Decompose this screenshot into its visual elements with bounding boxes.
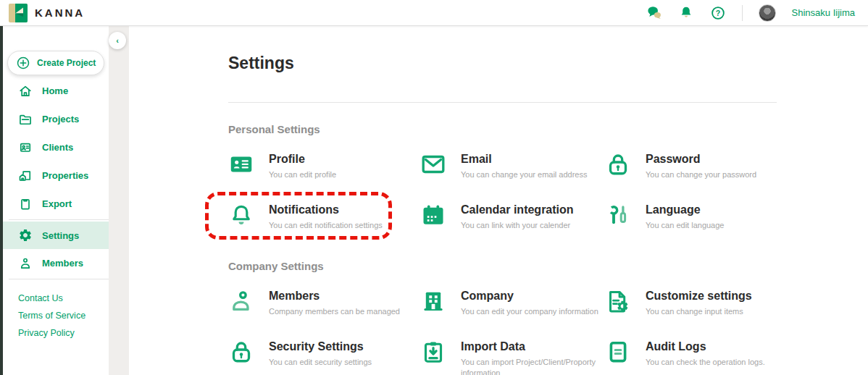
card-subtitle: You can change input items xyxy=(646,306,752,317)
card-title: Email xyxy=(461,152,588,166)
sidebar-item-label: Settings xyxy=(42,230,79,241)
tools-icon xyxy=(605,202,631,228)
log-document-icon xyxy=(605,339,631,365)
profile-card-icon xyxy=(228,151,254,177)
title-divider xyxy=(228,102,777,103)
sidebar-item-properties[interactable]: Properties xyxy=(3,161,109,190)
card-subtitle: You can import Project/Client/Proporty i… xyxy=(461,357,605,375)
member-person-icon xyxy=(228,288,254,314)
sidebar-item-members[interactable]: Members xyxy=(3,249,109,277)
security-lock-icon xyxy=(228,339,254,365)
card-subtitle: You can edit notification settings xyxy=(269,220,383,231)
email-icon xyxy=(420,151,446,177)
settings-card-password[interactable]: Password You can change your password xyxy=(605,150,777,183)
sidebar-item-label: Projects xyxy=(42,114,79,125)
card-subtitle: You can edit security settings xyxy=(269,357,372,368)
sidebar-item-label: Export xyxy=(42,198,72,209)
card-title: Import Data xyxy=(461,340,605,353)
settings-card-import-data[interactable]: Import Data You can import Project/Clien… xyxy=(420,337,605,371)
sidebar-item-label: Members xyxy=(42,258,83,269)
card-subtitle: You can change your password xyxy=(646,169,756,180)
topbar-divider xyxy=(742,5,743,21)
link-contact-us[interactable]: Contact Us xyxy=(3,290,109,307)
kanna-logo-icon xyxy=(9,4,28,22)
settings-card-audit-logs[interactable]: Audit Logs You can check the operation l… xyxy=(605,337,777,371)
create-project-label: Create Project xyxy=(37,58,96,68)
chat-icon[interactable] xyxy=(646,5,662,21)
card-title: Audit Logs xyxy=(646,340,765,353)
card-subtitle: You can check the operation logs. xyxy=(646,357,765,368)
brand-name: KANNA xyxy=(35,7,85,19)
property-house-icon xyxy=(18,169,33,183)
sidebar-collapse-button[interactable]: ‹ xyxy=(109,32,126,49)
card-title: Calendar integration xyxy=(461,203,574,216)
card-title: Company xyxy=(461,289,598,303)
sidebar: Create Project Home Projects xyxy=(3,26,109,375)
card-title: Profile xyxy=(269,152,336,166)
sidebar-item-label: Home xyxy=(42,85,68,96)
settings-card-language[interactable]: Language You can edit language xyxy=(605,201,777,234)
settings-card-profile[interactable]: Profile You can edit profile xyxy=(228,150,420,183)
settings-card-notifications[interactable]: Notifications You can edit notification … xyxy=(228,201,420,234)
sidebar-item-settings[interactable]: Settings xyxy=(3,222,109,249)
settings-card-calendar-integration[interactable]: Calendar integration You can link with y… xyxy=(420,201,605,234)
user-avatar[interactable] xyxy=(759,4,776,22)
create-project-button[interactable]: Create Project xyxy=(7,51,104,75)
building-icon xyxy=(420,288,446,314)
card-title: Password xyxy=(646,152,756,166)
card-title: Language xyxy=(646,203,724,216)
notifications-bell-icon[interactable] xyxy=(678,5,694,21)
sidebar-divider xyxy=(9,219,109,220)
document-gear-icon xyxy=(605,288,631,314)
help-icon[interactable]: ? xyxy=(710,5,726,21)
home-icon xyxy=(18,84,33,98)
settings-card-members[interactable]: Members Company members can be managed xyxy=(228,287,420,320)
company-settings-grid: Members Company members can be managed xyxy=(228,287,777,371)
folder-icon xyxy=(18,112,33,127)
plus-circle-icon xyxy=(16,56,30,70)
card-title: Notifications xyxy=(269,203,383,216)
card-subtitle: You can link with your calender xyxy=(461,220,574,231)
link-privacy-policy[interactable]: Privacy Policy xyxy=(3,324,109,342)
sidebar-item-label: Clients xyxy=(42,142,73,153)
import-clipboard-icon xyxy=(420,339,446,365)
page-title: Settings xyxy=(228,54,777,73)
settings-card-email[interactable]: Email You can change your email address xyxy=(420,150,605,183)
person-icon xyxy=(18,256,33,271)
settings-page: Settings Personal Settings Profile xyxy=(129,26,868,375)
sidebar-item-home[interactable]: Home xyxy=(3,77,109,105)
sidebar-divider xyxy=(9,279,109,279)
lock-icon xyxy=(605,151,631,177)
section-title-company: Company Settings xyxy=(228,260,777,272)
svg-text:?: ? xyxy=(715,8,719,17)
user-name[interactable]: Shinsaku Iijima xyxy=(792,7,855,18)
sidebar-item-export[interactable]: Export xyxy=(3,190,109,218)
personal-settings-grid: Profile You can edit profile Email You c… xyxy=(228,150,777,234)
card-subtitle: You can edit language xyxy=(646,220,724,231)
export-file-icon xyxy=(18,197,33,211)
gear-icon xyxy=(18,228,33,243)
client-card-icon xyxy=(18,140,33,155)
settings-card-company[interactable]: Company You can edit your company inform… xyxy=(420,287,605,320)
settings-card-security-settings[interactable]: Security Settings You can edit security … xyxy=(228,337,420,371)
sidebar-item-clients[interactable]: Clients xyxy=(3,133,109,161)
sidebar-item-label: Properties xyxy=(42,170,88,181)
calendar-icon xyxy=(420,202,446,228)
top-bar: KANNA ? Shinsaku Iijima xyxy=(0,0,868,26)
card-title: Members xyxy=(269,289,400,303)
sidebar-item-projects[interactable]: Projects xyxy=(3,105,109,133)
card-subtitle: Company members can be managed xyxy=(269,306,400,317)
card-subtitle: You can change your email address xyxy=(461,169,588,180)
card-subtitle: You can edit profile xyxy=(269,169,336,180)
settings-card-customize-settings[interactable]: Customize settings You can change input … xyxy=(605,287,777,320)
card-title: Security Settings xyxy=(269,340,372,353)
brand-logo[interactable]: KANNA xyxy=(9,4,85,22)
card-subtitle: You can edit your company information xyxy=(461,306,598,317)
bell-icon xyxy=(228,202,254,228)
section-title-personal: Personal Settings xyxy=(228,123,777,135)
card-title: Customize settings xyxy=(646,289,752,303)
sidebar-gap xyxy=(109,26,129,375)
link-terms-of-service[interactable]: Terms of Service xyxy=(3,307,109,324)
